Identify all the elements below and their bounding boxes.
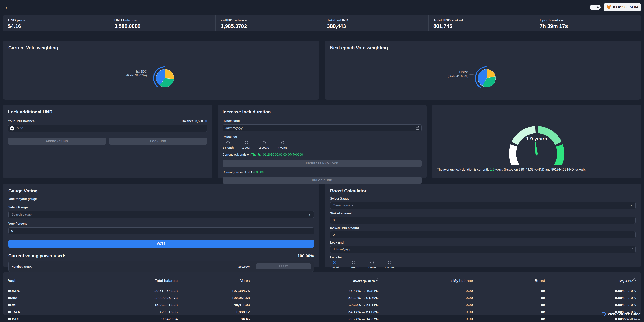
cell-boost: 0x xyxy=(473,301,545,308)
gauge-select[interactable]: Search gauge ▼ xyxy=(8,211,314,218)
version-label: Version 0.1.1 xyxy=(602,317,640,320)
vote-percent-input[interactable] xyxy=(8,227,314,234)
radio-label: 4 years xyxy=(278,146,288,149)
cell-boost: 0x xyxy=(473,315,545,322)
radio-circle[interactable] xyxy=(281,141,284,144)
radio-circle[interactable] xyxy=(262,141,266,144)
cell-votes: 1,888.12 xyxy=(178,308,250,315)
approve-hnd-button[interactable]: APPROVE HND xyxy=(8,138,106,144)
calendar-icon[interactable] xyxy=(630,248,634,252)
info-icon[interactable]: i xyxy=(634,278,636,281)
radio-option-1-year[interactable]: 1 year xyxy=(368,261,376,269)
unlock-hnd-button[interactable]: UNLOCK HND xyxy=(222,177,422,184)
cell-average_apr: 20.27% → 14.27% xyxy=(250,315,378,322)
cell-total_balance: 99,420.94 xyxy=(90,315,178,322)
chevron-down-icon: ▼ xyxy=(308,213,311,216)
stat-label: Total HND staked xyxy=(434,18,535,22)
increase-hnd-lock-button[interactable]: INCREASE HND LOCK xyxy=(222,160,422,167)
cell-total_balance: 729,613.36 xyxy=(90,308,178,315)
vote-allocation-row: Hundred USDC 100.00% RESET xyxy=(8,261,314,272)
radio-option-1-month[interactable]: 1 month xyxy=(348,261,359,269)
stat-value: 380,443 xyxy=(327,23,428,29)
stat-label: Epoch ends in xyxy=(540,18,641,22)
stat-value: 7h 39m 17s xyxy=(540,23,641,29)
radio-label: 1 week xyxy=(330,266,339,269)
current-vote-weighting-pie-chart: hUSDC(Rate 39.67%) xyxy=(108,54,214,101)
pie-label-rate: (Rate 41.65%) xyxy=(448,74,468,78)
stat-hnd-balance: HND balance 3,500.0000 xyxy=(109,15,216,32)
cell-my_balance: 0.00 xyxy=(378,308,473,315)
wallet-button[interactable]: 0XA990...5F04 xyxy=(604,3,641,11)
cell-boost: 0x xyxy=(473,308,545,315)
column-header-my-apr[interactable]: My APRi xyxy=(545,274,636,287)
lock-until-date-input[interactable] xyxy=(330,246,636,253)
table-row-hDAI[interactable]: hDAI15,966,213.3848,411.0362.30% → 51.11… xyxy=(8,301,636,308)
radio-circle[interactable] xyxy=(226,141,230,144)
increase-lock-duration-card: Increase lock duration Relock until Relo… xyxy=(218,105,426,178)
radio-option-1-year[interactable]: 1 year xyxy=(242,141,250,149)
column-header-my-balance[interactable]: ↓ My balance xyxy=(378,274,473,287)
vote-percent-label: Vote Percent xyxy=(8,222,314,226)
radio-option-2-years[interactable]: 2 years xyxy=(259,141,269,149)
radio-option-4-years[interactable]: 4 years xyxy=(278,141,288,149)
pie-slice[interactable] xyxy=(165,69,174,79)
relock-until-date-input[interactable] xyxy=(222,124,422,132)
staked-amount-input[interactable] xyxy=(330,217,636,224)
cell-boost: 0x xyxy=(473,287,545,294)
table-row-hMIM[interactable]: hMIM22,820,952.73100,051.5858.32% → 61.7… xyxy=(8,294,636,301)
locked-hnd-amount-input[interactable] xyxy=(330,231,636,238)
radio-option-4-years[interactable]: 4 years xyxy=(385,261,395,269)
lock-additional-hnd-card: Lock additional HND Your HND Balance Bal… xyxy=(3,105,212,178)
lock-for-label: Lock for xyxy=(330,256,636,259)
column-header-boost[interactable]: Boost xyxy=(473,274,545,287)
gauge-select-placeholder: Search gauge xyxy=(12,213,32,216)
label-line xyxy=(470,74,475,75)
boost-gauge-select-placeholder: Search gauge xyxy=(333,204,354,208)
column-header-average-apr[interactable]: Average APRi xyxy=(250,274,378,287)
radio-option-1-week[interactable]: 1 week xyxy=(330,261,339,269)
calendar-icon[interactable] xyxy=(416,126,420,130)
boost-calculator-card: Boost Calculator Select Gauge Search gau… xyxy=(325,184,641,267)
staked-amount-label: Staked amount xyxy=(330,212,636,215)
svg-text:i: i xyxy=(634,279,635,281)
radio-circle[interactable] xyxy=(352,261,355,264)
column-header-vault[interactable]: Vault xyxy=(8,274,90,287)
card-title: Next epoch Vote weighting xyxy=(330,45,636,50)
card-title: Boost Calculator xyxy=(330,188,636,194)
average-lock-duration-card: 1.9 years The average lock duration is c… xyxy=(432,105,641,178)
card-title: Gauge Voting xyxy=(8,188,314,194)
cell-average_apr: 54.17% → 51.68% xyxy=(250,308,378,315)
cell-total_balance: 30,512,543.38 xyxy=(90,287,178,294)
vote-button[interactable]: VOTE xyxy=(8,240,314,248)
back-button[interactable]: ← xyxy=(4,4,10,10)
wallet-address: 0XA990...5F04 xyxy=(613,5,638,9)
sun-icon xyxy=(596,5,600,9)
boost-gauge-select[interactable]: Search gauge ▼ xyxy=(330,202,636,209)
metamask-fox-icon xyxy=(606,5,611,10)
radio-circle[interactable] xyxy=(388,261,391,264)
table-row-hUSDT[interactable]: hUSDT99,420.9484.4620.27% → 14.27%0.000x… xyxy=(8,315,636,322)
radio-option-1-month[interactable]: 1 month xyxy=(222,141,234,149)
lock-ends-date: Thu Jan 01 2026 00:00:00 GMT+0000 xyxy=(251,153,303,156)
chevron-down-icon: ▼ xyxy=(630,204,632,207)
desc-suffix: years (based on 380443.32 veHND and 8017… xyxy=(494,168,586,171)
column-header-total-balance[interactable]: Total balance xyxy=(90,274,178,287)
view-source-link[interactable]: View Source Code xyxy=(602,312,640,316)
table-row-hUSDC[interactable]: hUSDC30,512,543.38107,384.7547.47% → 49.… xyxy=(8,287,636,294)
card-title: Increase lock duration xyxy=(222,109,422,114)
stat-value: 801,745 xyxy=(434,23,535,29)
lock-hnd-button[interactable]: LOCK HND xyxy=(109,138,207,144)
theme-toggle[interactable] xyxy=(590,5,600,10)
info-icon[interactable]: i xyxy=(376,278,378,281)
radio-circle[interactable] xyxy=(370,261,374,264)
stat-total-hnd-staked: Total HND staked 801,745 xyxy=(428,15,535,32)
reset-vote-button[interactable]: RESET xyxy=(256,263,311,270)
relock-until-label: Relock until xyxy=(222,119,422,122)
cell-boost: 0x xyxy=(473,294,545,301)
radio-circle[interactable] xyxy=(245,141,248,144)
table-row-hFRAX[interactable]: hFRAX729,613.361,888.1254.17% → 51.68%0.… xyxy=(8,308,636,315)
column-header-votes[interactable]: Votes xyxy=(178,274,250,287)
cell-vault: hUSDC xyxy=(8,287,90,294)
radio-circle[interactable] xyxy=(333,261,336,264)
lock-amount-input[interactable] xyxy=(8,125,207,132)
